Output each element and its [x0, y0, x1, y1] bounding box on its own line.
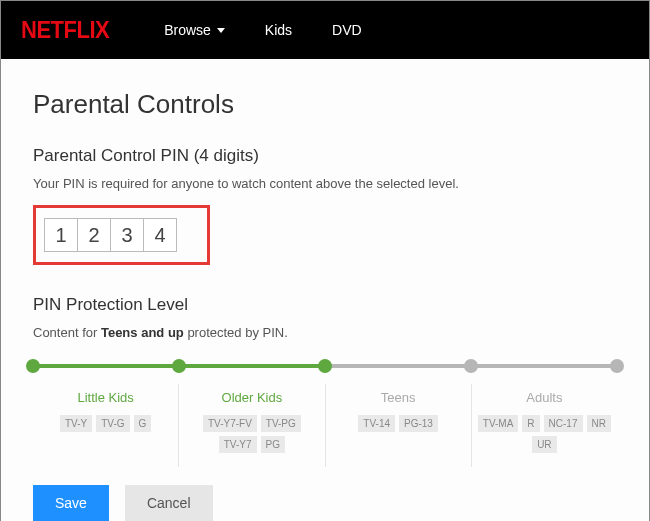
button-row: Save Cancel [33, 485, 617, 521]
level-title: Adults [476, 390, 613, 405]
level-column[interactable]: TeensTV-14PG-13 [326, 384, 472, 467]
level-title: Little Kids [37, 390, 174, 405]
rating-badge: NC-17 [544, 415, 583, 432]
level-title: Older Kids [183, 390, 320, 405]
rating-badge: G [134, 415, 152, 432]
protect-level-name: Teens and up [101, 325, 184, 340]
slider-stop[interactable] [172, 359, 186, 373]
pin-description: Your PIN is required for anyone to watch… [33, 176, 617, 191]
level-column[interactable]: AdultsTV-MARNC-17NRUR [472, 384, 617, 467]
rating-badge: NR [587, 415, 611, 432]
pin-highlight-box [33, 205, 210, 265]
protect-suffix: protected by PIN. [184, 325, 288, 340]
protect-prefix: Content for [33, 325, 101, 340]
cancel-button[interactable]: Cancel [125, 485, 213, 521]
rating-badge: PG-13 [399, 415, 438, 432]
protection-level-heading: PIN Protection Level [33, 295, 617, 315]
ratings-group: TV-YTV-GG [37, 415, 174, 432]
nav-links: Browse Kids DVD [164, 22, 361, 38]
protection-level-text: Content for Teens and up protected by PI… [33, 325, 617, 340]
rating-badge: R [522, 415, 539, 432]
save-button[interactable]: Save [33, 485, 109, 521]
pin-digit-2[interactable] [77, 218, 111, 252]
level-column[interactable]: Older KidsTV-Y7-FVTV-PGTV-Y7PG [179, 384, 325, 467]
netflix-logo[interactable]: NETFLIX [21, 16, 109, 45]
content-area: Parental Controls Parental Control PIN (… [1, 59, 649, 521]
chevron-down-icon [217, 28, 225, 33]
pin-digit-1[interactable] [44, 218, 78, 252]
slider-stop[interactable] [26, 359, 40, 373]
rating-badge: TV-Y7-FV [203, 415, 257, 432]
nav-kids[interactable]: Kids [265, 22, 292, 38]
rating-badge: TV-MA [478, 415, 519, 432]
rating-badge: TV-PG [261, 415, 301, 432]
pin-input-group [44, 218, 177, 252]
top-bar: NETFLIX Browse Kids DVD [1, 1, 649, 59]
pin-heading: Parental Control PIN (4 digits) [33, 146, 617, 166]
nav-dvd[interactable]: DVD [332, 22, 362, 38]
rating-badge: TV-G [96, 415, 129, 432]
rating-badge: PG [261, 436, 285, 453]
level-column[interactable]: Little KidsTV-YTV-GG [33, 384, 179, 467]
level-title: Teens [330, 390, 467, 405]
ratings-group: TV-MARNC-17NRUR [476, 415, 613, 453]
levels-row: Little KidsTV-YTV-GGOlder KidsTV-Y7-FVTV… [33, 384, 617, 467]
ratings-group: TV-14PG-13 [330, 415, 467, 432]
rating-badge: TV-Y [60, 415, 92, 432]
rating-badge: TV-14 [358, 415, 395, 432]
page-title: Parental Controls [33, 89, 617, 120]
pin-digit-4[interactable] [143, 218, 177, 252]
slider-stop[interactable] [464, 359, 478, 373]
pin-digit-3[interactable] [110, 218, 144, 252]
rating-badge: TV-Y7 [219, 436, 257, 453]
slider-stop[interactable] [318, 359, 332, 373]
app-frame: NETFLIX Browse Kids DVD Parental Control… [0, 0, 650, 521]
rating-badge: UR [532, 436, 556, 453]
protection-slider[interactable] [33, 362, 617, 370]
nav-browse-label: Browse [164, 22, 211, 38]
ratings-group: TV-Y7-FVTV-PGTV-Y7PG [183, 415, 320, 453]
slider-stop[interactable] [610, 359, 624, 373]
nav-browse[interactable]: Browse [164, 22, 225, 38]
